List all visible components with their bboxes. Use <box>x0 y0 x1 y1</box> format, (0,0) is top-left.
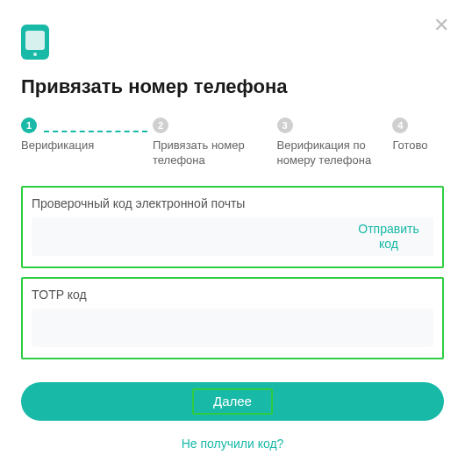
next-button[interactable]: Далее <box>21 382 444 421</box>
page-title: Привязать номер телефона <box>21 75 444 98</box>
totp-input[interactable] <box>32 309 433 347</box>
link-phone-modal: ✕ Привязать номер телефона 1 Верификация… <box>0 0 465 476</box>
step-label: Верификация по номеру телефона <box>277 139 391 168</box>
step-connector <box>44 131 147 133</box>
step-done: 4 Готово <box>392 117 444 153</box>
step-label: Готово <box>392 139 427 153</box>
phone-icon <box>21 25 53 60</box>
email-code-label: Проверочный код электронной почты <box>32 196 433 210</box>
email-code-input[interactable] <box>32 217 344 256</box>
stepper: 1 Верификация 2 Привязать номер телефона… <box>21 117 444 168</box>
next-button-highlight: Далее <box>192 388 273 415</box>
email-code-row: Отправить код <box>32 217 433 256</box>
no-code-link[interactable]: Не получили код? <box>182 437 284 451</box>
step-badge-2: 2 <box>153 117 168 133</box>
next-button-label: Далее <box>213 394 252 409</box>
step-label: Верификация <box>21 139 94 153</box>
email-code-block: Проверочный код электронной почты Отправ… <box>21 186 444 268</box>
totp-block: TOTP код <box>21 277 444 359</box>
send-code-button[interactable]: Отправить код <box>344 217 433 256</box>
step-link-phone: 2 Привязать номер телефона <box>153 117 277 168</box>
step-label: Привязать номер телефона <box>153 139 267 168</box>
step-verify-phone: 3 Верификация по номеру телефона <box>277 117 393 168</box>
step-badge-4: 4 <box>392 117 408 133</box>
step-badge-1: 1 <box>21 117 37 133</box>
totp-label: TOTP код <box>32 288 433 302</box>
totp-row <box>32 309 433 347</box>
close-icon[interactable]: ✕ <box>433 16 449 35</box>
step-badge-3: 3 <box>277 117 293 133</box>
step-verification: 1 Верификация <box>21 117 153 153</box>
actions: Далее Не получили код? <box>21 382 444 451</box>
